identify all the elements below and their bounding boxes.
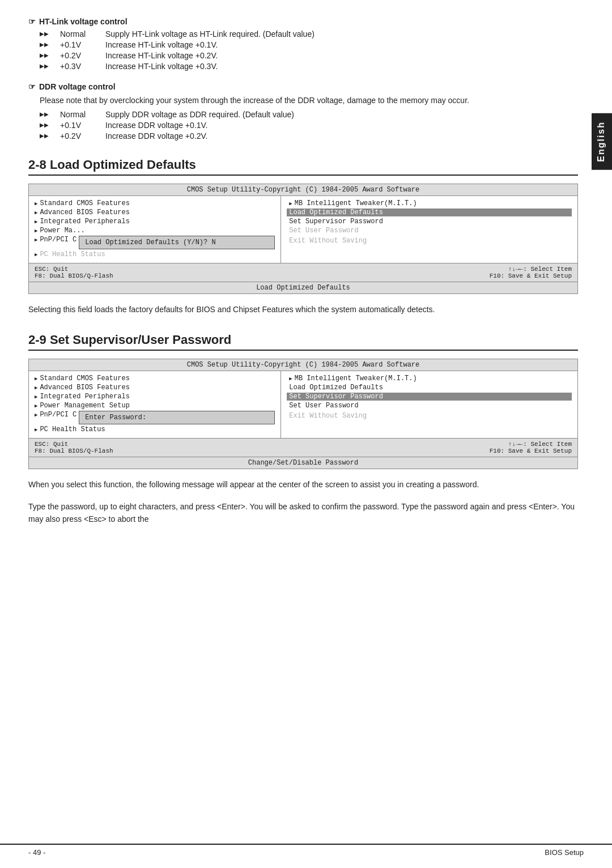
section-29-heading: 2-9 Set Supervisor/User Password: [28, 333, 578, 351]
ddr-list: Normal Supply DDR voltage as DDR require…: [40, 110, 578, 141]
item-key: +0.3V: [60, 62, 94, 71]
bios-menu-item: Standard CMOS Features: [35, 199, 275, 207]
bios-select-item: ↑↓→←: Select Item: [490, 266, 572, 273]
item-key: +0.1V: [60, 121, 94, 130]
bios-right-selected-29: Set Supervisor Password: [287, 393, 572, 401]
bios-right-selected: Load Optimized Defaults: [287, 209, 572, 216]
list-item: Normal Supply HT-Link voltage as HT-Link…: [40, 29, 578, 39]
bios-left-29: Standard CMOS Features Advanced BIOS Fea…: [29, 371, 281, 438]
bios-f10: F10: Save & Exit Setup: [490, 273, 572, 279]
section-29-number: 2-9: [28, 333, 46, 347]
bios-right-28: MB Intelligent Tweaker(M.I.T.) Load Opti…: [281, 196, 577, 263]
bios-f8-29: F8: Dual BIOS/Q-Flash: [35, 448, 113, 454]
section-29-title: Set Supervisor/User Password: [50, 333, 231, 347]
bios-menu-item: PC Health Status: [35, 250, 275, 258]
section-28-desc: Selecting this field loads the factory d…: [28, 303, 578, 316]
bios-menu-item: Power Ma...: [35, 227, 275, 235]
bios-footer-right-28: ↑↓→←: Select Item F10: Save & Exit Setup: [490, 266, 572, 279]
bios-right-item: Set Supervisor Password: [287, 218, 572, 225]
bios-right-item: Exit Without Saving: [287, 237, 572, 245]
list-item: +0.2V Increase HT-Link voltage +0.2V.: [40, 51, 578, 60]
bios-menu-item: Integrated Peripherals: [35, 393, 275, 401]
list-item: +0.2V Increase DDR voltage +0.2V.: [40, 131, 578, 141]
bios-right-29: MB Intelligent Tweaker(M.I.T.) Load Opti…: [281, 371, 577, 438]
bios-right-item: Load Optimized Defaults: [287, 384, 572, 392]
bios-menu-item: Integrated Peripherals: [35, 218, 275, 225]
bios-menu-item-pnp-29: PnP/PCI C: [40, 411, 76, 419]
item-desc: Supply HT-Link voltage as HT-Link requir…: [105, 29, 578, 39]
bios-footer-left-28: ESC: Quit F8: Dual BIOS/Q-Flash: [35, 266, 113, 279]
bios-main-29: Standard CMOS Features Advanced BIOS Fea…: [29, 371, 577, 439]
bios-menu-item: PC Health Status: [35, 426, 275, 433]
bios-main-28: Standard CMOS Features Advanced BIOS Fea…: [29, 196, 577, 263]
page-number: - 49 -: [28, 848, 45, 857]
bios-status-28: Load Optimized Defaults: [29, 282, 577, 293]
item-key: +0.1V: [60, 40, 94, 49]
section-29-desc2: Type the password, up to eight character…: [28, 500, 578, 526]
list-item: +0.3V Increase HT-Link voltage +0.3V.: [40, 62, 578, 71]
bios-esc-quit: ESC: Quit: [35, 266, 113, 273]
ddr-voltage-title: DDR voltage control: [28, 82, 578, 91]
ht-link-section: HT-Link voltage control Normal Supply HT…: [28, 17, 578, 71]
bios-status-29: Change/Set/Disable Password: [29, 457, 577, 469]
footer-section: BIOS Setup: [545, 848, 584, 857]
bios-footer-28: ESC: Quit F8: Dual BIOS/Q-Flash ↑↓→←: Se…: [29, 263, 577, 282]
bios-menu-item: Standard CMOS Features: [35, 375, 275, 382]
ddr-note: Please note that by overclocking your sy…: [40, 95, 578, 107]
bios-right-header: MB Intelligent Tweaker(M.I.T.): [287, 199, 572, 207]
section-29-desc1: When you select this function, the follo…: [28, 478, 578, 491]
bios-select-item-29: ↑↓→←: Select Item: [490, 441, 572, 448]
english-tab: English: [592, 113, 612, 170]
bios-right-item: Set User Password: [287, 227, 572, 235]
bios-left-28: Standard CMOS Features Advanced BIOS Fea…: [29, 196, 281, 263]
ddr-voltage-section: DDR voltage control Please note that by …: [28, 82, 578, 141]
ht-link-title: HT-Link voltage control: [28, 17, 578, 26]
item-desc: Increase DDR voltage +0.1V.: [105, 121, 578, 130]
section-28-heading: 2-8 Load Optimized Defaults: [28, 158, 578, 176]
page-footer: - 49 - BIOS Setup: [0, 844, 612, 857]
bios-screenshot-28: CMOS Setup Utility-Copyright (C) 1984-20…: [28, 184, 578, 294]
bios-f10-29: F10: Save & Exit Setup: [490, 448, 572, 454]
bios-right-item: Set User Password: [287, 402, 572, 410]
bios-menu-item: Advanced BIOS Features: [35, 384, 275, 392]
bios-dialog-29: Enter Password:: [79, 411, 275, 424]
item-desc: Increase HT-Link voltage +0.2V.: [105, 51, 578, 60]
item-desc: Supply DDR voltage as DDR required. (Def…: [105, 110, 578, 119]
bios-screenshot-29: CMOS Setup Utility-Copyright (C) 1984-20…: [28, 359, 578, 469]
bios-title-28: CMOS Setup Utility-Copyright (C) 1984-20…: [29, 184, 577, 196]
bios-title-29: CMOS Setup Utility-Copyright (C) 1984-20…: [29, 359, 577, 371]
section-28-title: Load Optimized Defaults: [50, 158, 196, 172]
item-key: +0.2V: [60, 51, 94, 60]
item-desc: Increase HT-Link voltage +0.3V.: [105, 62, 578, 71]
item-desc: Increase HT-Link voltage +0.1V.: [105, 40, 578, 49]
bios-right-header-29: MB Intelligent Tweaker(M.I.T.): [287, 375, 572, 382]
item-desc: Increase DDR voltage +0.2V.: [105, 131, 578, 141]
list-item: +0.1V Increase DDR voltage +0.1V.: [40, 121, 578, 130]
bios-esc-quit-29: ESC: Quit: [35, 441, 113, 448]
bios-dialog-28: Load Optimized Defaults (Y/N)? N: [79, 236, 275, 249]
bios-menu-item: Power Management Setup: [35, 402, 275, 410]
section-28-number: 2-8: [28, 158, 46, 172]
item-key: Normal: [60, 110, 94, 119]
bios-footer-left-29: ESC: Quit F8: Dual BIOS/Q-Flash: [35, 441, 113, 454]
bios-right-item: Exit Without Saving: [287, 412, 572, 420]
item-key: +0.2V: [60, 131, 94, 141]
bios-f8: F8: Dual BIOS/Q-Flash: [35, 273, 113, 279]
bios-footer-right-29: ↑↓→←: Select Item F10: Save & Exit Setup: [490, 441, 572, 454]
list-item: +0.1V Increase HT-Link voltage +0.1V.: [40, 40, 578, 49]
bios-footer-29: ESC: Quit F8: Dual BIOS/Q-Flash ↑↓→←: Se…: [29, 439, 577, 457]
bios-menu-item-pnp: PnP/PCI C: [40, 236, 76, 244]
bios-menu-item: Advanced BIOS Features: [35, 209, 275, 216]
item-key: Normal: [60, 29, 94, 39]
list-item: Normal Supply DDR voltage as DDR require…: [40, 110, 578, 119]
ht-link-list: Normal Supply HT-Link voltage as HT-Link…: [40, 29, 578, 71]
